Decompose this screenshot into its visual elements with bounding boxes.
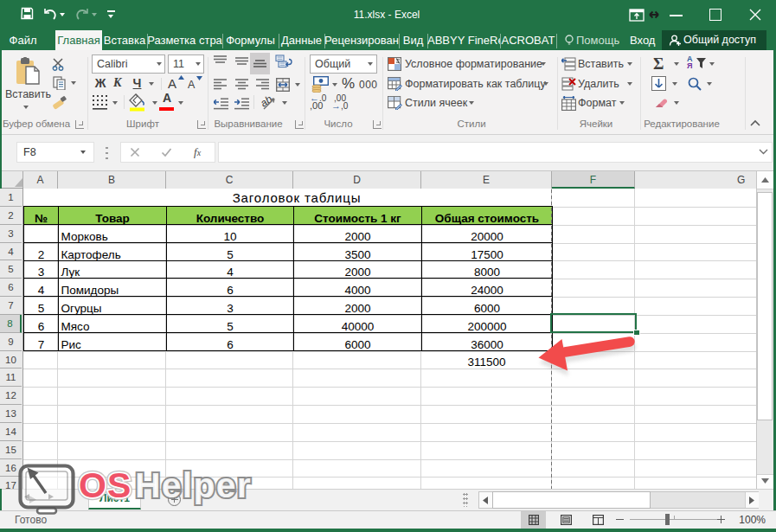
svg-text:OS: OS [79, 465, 131, 505]
svg-text:Helper: Helper [135, 465, 252, 505]
